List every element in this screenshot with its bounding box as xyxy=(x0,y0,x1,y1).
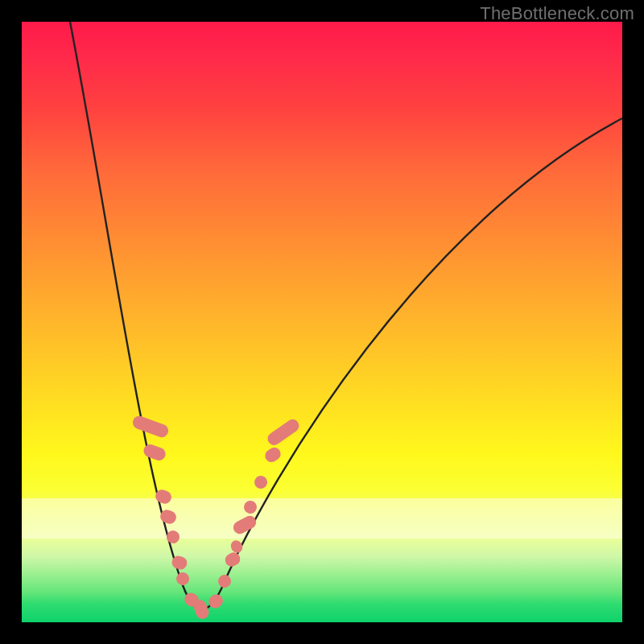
curve-marker xyxy=(252,473,270,491)
curve-marker xyxy=(142,443,167,463)
bottleneck-curve xyxy=(70,22,622,609)
marker-layer xyxy=(131,415,302,621)
bottleneck-chart-svg xyxy=(22,22,622,622)
curve-marker xyxy=(231,514,258,536)
chart-frame xyxy=(22,22,622,622)
curve-marker xyxy=(229,539,245,555)
curve-marker xyxy=(206,592,225,610)
curve-marker xyxy=(242,498,259,516)
curve-marker xyxy=(265,417,301,448)
curve-marker xyxy=(216,572,233,590)
curve-marker xyxy=(131,415,171,440)
watermark-text: TheBottleneck.com xyxy=(480,3,634,24)
curve-marker xyxy=(262,445,283,464)
curve-marker xyxy=(223,550,242,568)
curve-marker xyxy=(175,571,190,586)
